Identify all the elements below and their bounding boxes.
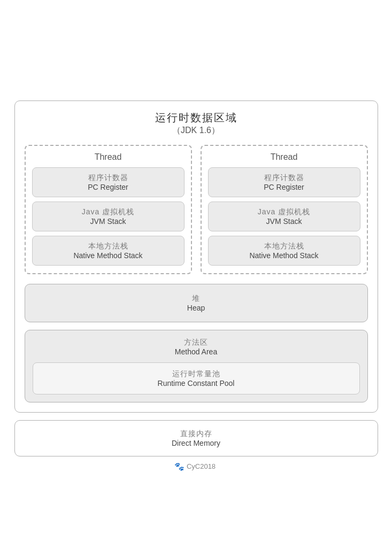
runtime-pool-box: 运行时常量池 Runtime Constant Pool	[33, 362, 360, 394]
thread2-native-stack: 本地方法栈 Native Method Stack	[208, 236, 360, 266]
thread1-native-stack: 本地方法栈 Native Method Stack	[32, 236, 185, 266]
watermark-text: CyC2018	[187, 462, 216, 470]
heap-cn: 堆	[30, 294, 362, 304]
thread2-pc-cn: 程序计数器	[213, 173, 356, 183]
pool-en: Runtime Constant Pool	[37, 379, 355, 388]
thread2-pc-en: PC Register	[213, 183, 356, 191]
thread2-native-en: Native Method Stack	[213, 251, 356, 260]
thread2-box: Thread 程序计数器 PC Register Java 虚拟机栈 JVM S…	[201, 145, 368, 274]
thread2-jvm-stack: Java 虚拟机栈 JVM Stack	[208, 202, 360, 231]
threads-row: Thread 程序计数器 PC Register Java 虚拟机栈 JVM S…	[25, 145, 368, 274]
thread1-pc-register: 程序计数器 PC Register	[32, 167, 185, 197]
method-area-title: 方法区 Method Area	[33, 338, 360, 356]
main-title-sub: （JDK 1.6）	[25, 125, 368, 136]
direct-memory-en: Direct Memory	[20, 439, 372, 447]
thread1-box: Thread 程序计数器 PC Register Java 虚拟机栈 JVM S…	[25, 145, 192, 274]
method-area-en: Method Area	[33, 347, 360, 356]
heap-box: 堆 Heap	[25, 284, 368, 322]
thread2-jvmstack-cn: Java 虚拟机栈	[213, 207, 356, 217]
title-area: 运行时数据区域 （JDK 1.6）	[25, 111, 368, 136]
thread1-native-en: Native Method Stack	[37, 251, 180, 260]
thread2-pc-register: 程序计数器 PC Register	[208, 167, 360, 197]
thread1-native-cn: 本地方法栈	[37, 242, 180, 251]
thread1-jvmstack-en: JVM Stack	[37, 217, 180, 226]
watermark: 🐾 CyC2018	[174, 462, 218, 471]
thread1-label: Thread	[32, 152, 185, 162]
paw-icon: 🐾	[174, 462, 185, 471]
thread1-pc-en: PC Register	[37, 183, 180, 191]
direct-memory-cn: 直接内存	[20, 429, 372, 439]
method-area-box: 方法区 Method Area 运行时常量池 Runtime Constant …	[25, 330, 368, 402]
thread2-native-cn: 本地方法栈	[213, 242, 356, 251]
thread1-jvm-stack: Java 虚拟机栈 JVM Stack	[32, 202, 185, 231]
page-wrapper: 运行时数据区域 （JDK 1.6） Thread 程序计数器 PC Regist…	[4, 11, 389, 550]
pool-cn: 运行时常量池	[37, 369, 355, 379]
heap-en: Heap	[30, 304, 362, 312]
thread1-pc-cn: 程序计数器	[37, 173, 180, 183]
thread1-jvmstack-cn: Java 虚拟机栈	[37, 207, 180, 217]
method-area-cn: 方法区	[33, 338, 360, 347]
thread2-label: Thread	[208, 152, 360, 162]
runtime-data-area-box: 运行时数据区域 （JDK 1.6） Thread 程序计数器 PC Regist…	[14, 100, 378, 413]
thread2-jvmstack-en: JVM Stack	[213, 217, 356, 226]
main-title-cn: 运行时数据区域	[25, 111, 368, 125]
direct-memory-box: 直接内存 Direct Memory	[14, 420, 378, 456]
